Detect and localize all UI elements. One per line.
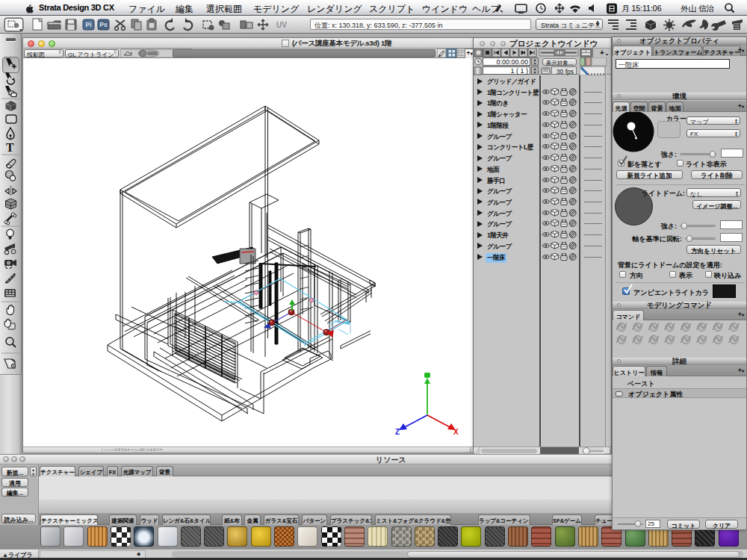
- svg-text:X: X: [453, 428, 459, 436]
- svg-text:T: T: [6, 141, 14, 154]
- svg-text:Ps: Ps: [99, 21, 108, 28]
- svg-text:Pi: Pi: [85, 21, 91, 28]
- svg-text:+: +: [600, 49, 604, 57]
- svg-text:▾: ▾: [606, 52, 608, 57]
- svg-text:Z: Z: [395, 428, 400, 436]
- svg-text:UV: UV: [276, 21, 287, 29]
